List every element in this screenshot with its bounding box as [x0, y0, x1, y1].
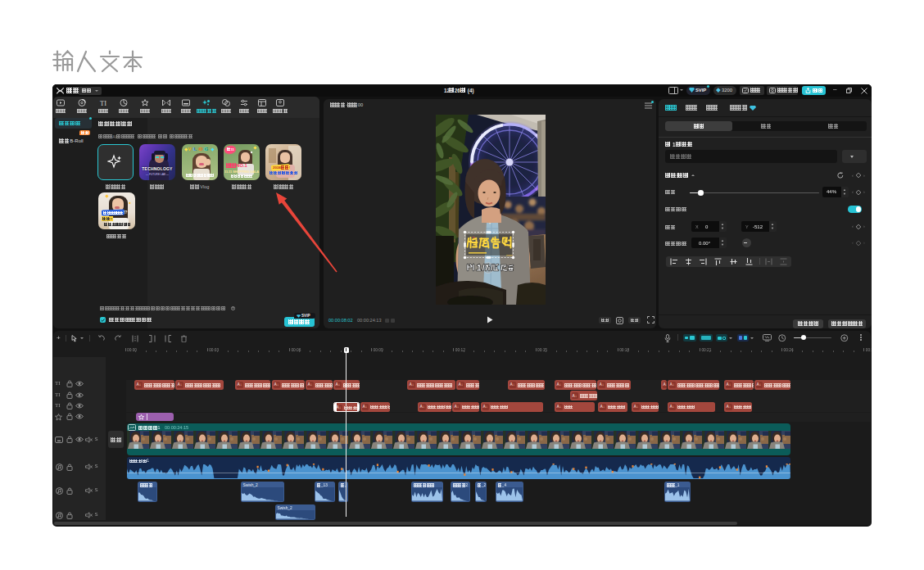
svg-text:`*: `* — [472, 237, 474, 241]
svg-text:TI: TI — [100, 99, 106, 106]
svg-text:,,,,,,: ,,,,,, — [506, 252, 513, 256]
